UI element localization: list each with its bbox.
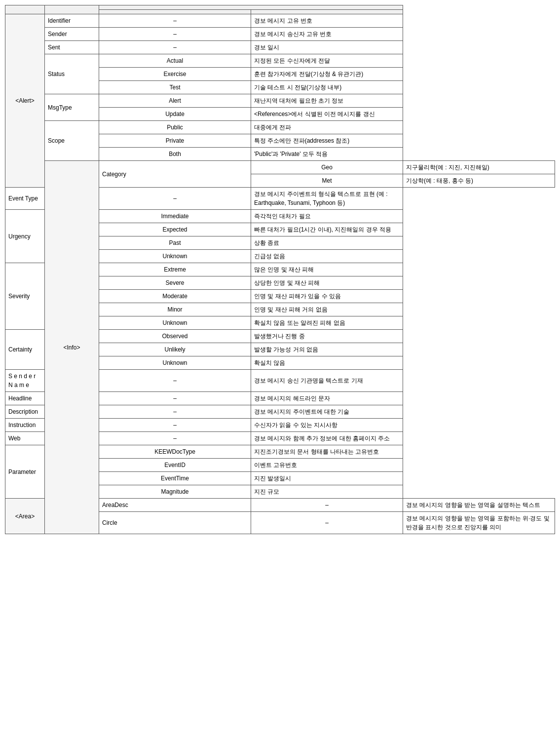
code-cell: Public: [99, 121, 251, 134]
code-cell: Extreme: [99, 263, 251, 276]
header-segment: [5, 5, 45, 14]
notes-cell: 상황 종료: [251, 236, 403, 250]
code-cell: EventID: [99, 459, 251, 472]
code-cell: Alert: [99, 94, 251, 108]
notes-cell: 기술 테스트 시 전달(기상청 내부): [251, 81, 403, 94]
notes-cell: 경보 메시지와 함께 추가 정보에 대한 홈페이지 주소: [251, 432, 403, 445]
element-cell: Circle: [99, 512, 251, 534]
notes-cell: 발생할 가능성 거의 없음: [251, 343, 403, 356]
code-cell: Immediate: [99, 210, 251, 223]
element-cell: Urgency: [5, 210, 45, 263]
notes-cell: 경보 메시지 송신 기관명을 텍스트로 기재: [251, 370, 403, 392]
notes-cell: 즉각적인 대처가 필요: [251, 210, 403, 223]
notes-cell: 수신자가 읽을 수 있는 지시사항: [251, 419, 403, 432]
element-cell: Status: [45, 54, 99, 94]
element-cell: MsgType: [45, 94, 99, 121]
notes-cell: 빠른 대처가 필요(1시간 이내), 지진해일의 경우 적용: [251, 223, 403, 236]
notes-cell: 지구물리학(예 : 지진, 지진해일): [403, 161, 555, 174]
element-cell: Sent: [45, 41, 99, 54]
notes-cell: 지진조기경보의 문서 형태를 나타내는 고유번호: [251, 445, 403, 459]
code-cell: Magnitude: [99, 485, 251, 499]
notes-cell: 경보 메시지 송신자 고유 번호: [251, 28, 403, 41]
notes-cell: 이벤트 고유번호: [251, 459, 403, 472]
element-cell: Event Type: [5, 188, 45, 210]
header-element: [45, 5, 99, 14]
element-cell: Scope: [45, 121, 99, 161]
code-cell: –: [99, 370, 251, 392]
notes-cell: 경보 메시지 주이벤트의 형식을 텍스트로 표현 (예 : Earthquake…: [251, 188, 403, 210]
header-notes: [251, 10, 403, 14]
segment-cell: <Info>: [45, 161, 99, 534]
code-cell: Unknown: [99, 250, 251, 263]
code-cell: EventTime: [99, 472, 251, 485]
notes-cell: 경보 메시지의 주이벤트에 대한 기술: [251, 405, 403, 419]
element-cell: Sender: [45, 28, 99, 41]
notes-cell: 'Public'과 'Private' 모두 적용: [251, 148, 403, 161]
code-cell: –: [99, 188, 251, 210]
notes-cell: 지진 발생일시: [251, 472, 403, 485]
code-cell: Private: [99, 134, 251, 148]
element-cell: AreaDesc: [99, 499, 251, 512]
code-cell: –: [99, 392, 251, 405]
notes-cell: 경보 메시지의 헤드라인 문자: [251, 392, 403, 405]
header-data: [99, 5, 403, 10]
main-table: <Alert>Identifier–경보 메시지 고유 번호Sender–경보 …: [5, 5, 555, 534]
code-cell: Actual: [99, 54, 251, 68]
notes-cell: 기상학(예 : 태풍, 홍수 등): [403, 174, 555, 188]
code-cell: KEEWDocType: [99, 445, 251, 459]
code-cell: Test: [99, 81, 251, 94]
element-cell: Description: [5, 405, 45, 419]
notes-cell: 대중에게 전파: [251, 121, 403, 134]
notes-cell: 확실치 않음: [251, 356, 403, 370]
code-cell: Severe: [99, 276, 251, 290]
code-cell: –: [99, 41, 251, 54]
code-cell: –: [99, 28, 251, 41]
code-cell: –: [99, 405, 251, 419]
code-cell: Unknown: [99, 316, 251, 330]
notes-cell: 특정 주소에만 전파(addresses 참조): [251, 134, 403, 148]
element-cell: Category: [99, 161, 251, 188]
notes-cell: 인명 및 재산 피해가 있을 수 있음: [251, 290, 403, 303]
code-cell: Past: [99, 236, 251, 250]
code-cell: Minor: [99, 303, 251, 316]
notes-cell: 인명 및 재산 피해 거의 없음: [251, 303, 403, 316]
element-cell: Parameter: [5, 445, 45, 499]
element-cell: Instruction: [5, 419, 45, 432]
element-cell: Identifier: [45, 14, 99, 28]
element-cell: Headline: [5, 392, 45, 405]
code-cell: Geo: [251, 161, 403, 174]
notes-cell: 많은 인명 및 재산 피해: [251, 263, 403, 276]
notes-cell: 경보 메시지 고유 번호: [251, 14, 403, 28]
notes-cell: 확실치 않음 또는 알려진 피해 없음: [251, 316, 403, 330]
notes-cell: 긴급성 없음: [251, 250, 403, 263]
element-cell: Certainty: [5, 330, 45, 370]
notes-cell: 발생했거나 진행 중: [251, 330, 403, 343]
notes-cell: 경보 메시지의 영향을 받는 영역을 포함하는 위·경도 및 반경을 표시한 것…: [403, 512, 555, 534]
notes-cell: 지정된 모든 수신자에게 전달: [251, 54, 403, 68]
code-cell: –: [251, 499, 403, 512]
segment-cell: <Area>: [5, 499, 45, 534]
code-cell: Both: [99, 148, 251, 161]
notes-cell: 지진 규모: [251, 485, 403, 499]
element-cell: Severity: [5, 263, 45, 330]
code-cell: –: [99, 14, 251, 28]
header-code-values: [99, 10, 251, 14]
code-cell: Exercise: [99, 68, 251, 81]
notes-cell: 훈련 참가자에게 전달(기상청 & 유관기관): [251, 68, 403, 81]
code-cell: Observed: [99, 330, 251, 343]
code-cell: –: [251, 512, 403, 534]
code-cell: –: [99, 419, 251, 432]
notes-cell: 재난지역 대처에 필요한 초기 정보: [251, 94, 403, 108]
notes-cell: 경보 메시지의 영향을 받는 영역을 설명하는 텍스트: [403, 499, 555, 512]
notes-cell: 상당한 인명 및 재산 피해: [251, 276, 403, 290]
code-cell: Update: [99, 108, 251, 121]
code-cell: Unknown: [99, 356, 251, 370]
code-cell: Met: [251, 174, 403, 188]
element-cell: S e n d e rN a m e: [5, 370, 45, 392]
segment-cell: <Alert>: [5, 14, 45, 188]
notes-cell: <References>에서 식별된 이전 메시지를 갱신: [251, 108, 403, 121]
code-cell: Moderate: [99, 290, 251, 303]
code-cell: Expected: [99, 223, 251, 236]
notes-cell: 경보 일시: [251, 41, 403, 54]
code-cell: Unlikely: [99, 343, 251, 356]
